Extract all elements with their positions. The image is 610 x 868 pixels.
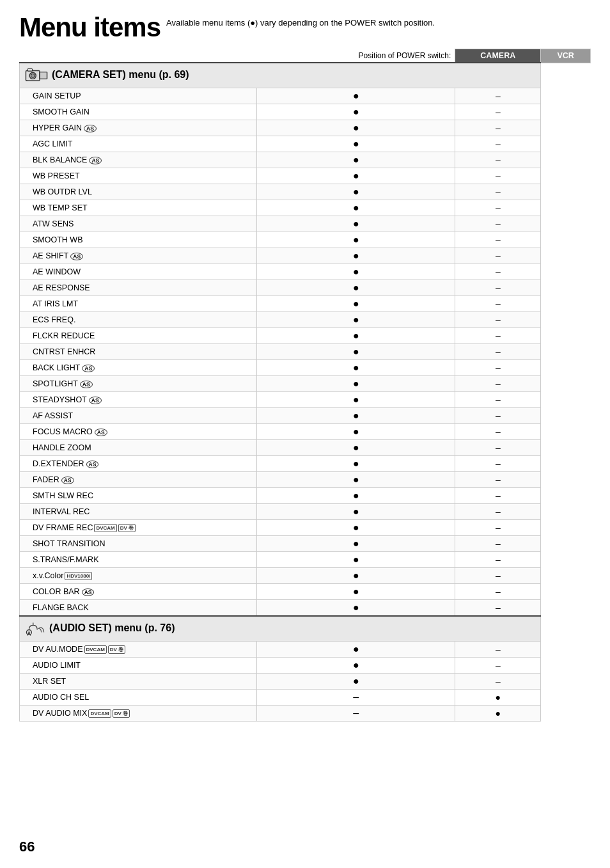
- camera-value: ●: [257, 392, 455, 408]
- item-label: DV FRAME REC: [33, 523, 93, 532]
- as-badge: AS: [80, 381, 93, 388]
- table-row: SMOOTH WB●–: [20, 232, 591, 248]
- menu-item-name: AE WINDOW: [20, 264, 257, 280]
- camera-value: ●: [257, 200, 455, 216]
- camera-value: ●: [257, 296, 455, 312]
- as-badge: AS: [86, 461, 99, 468]
- menu-item-name: SPOTLIGHTAS: [20, 376, 257, 392]
- table-row: S.TRANS/F.MARK●–: [20, 552, 591, 568]
- item-label: CNTRST ENHCR: [33, 347, 95, 356]
- camera-value: ●: [257, 440, 455, 456]
- dv-badge: DV 巻: [113, 709, 130, 718]
- camera-value: ●: [257, 168, 455, 184]
- camera-value: –: [257, 706, 455, 722]
- item-label: WB TEMP SET: [33, 203, 88, 212]
- menu-item-name: BACK LIGHTAS: [20, 360, 257, 376]
- camera-value: ●: [257, 88, 455, 104]
- table-row: ECS FREQ.●–: [20, 312, 591, 328]
- vcr-value: –: [455, 104, 541, 120]
- menu-item-name: AUDIO LIMIT: [20, 658, 257, 674]
- as-badge: AS: [95, 429, 107, 436]
- camera-value: ●: [257, 344, 455, 360]
- vcr-column-header: VCR: [541, 49, 591, 63]
- camera-value: ●: [257, 360, 455, 376]
- dvcam-badge: DVCAM: [94, 524, 116, 532]
- vcr-value: –: [455, 184, 541, 200]
- svg-rect-4: [27, 69, 32, 72]
- table-row: FLCKR REDUCE●–: [20, 328, 591, 344]
- vcr-value: –: [455, 264, 541, 280]
- camera-value: ●: [257, 120, 455, 136]
- vcr-value: –: [455, 200, 541, 216]
- table-row: DV AU.MODEDVCAMDV 巻●–: [20, 642, 591, 658]
- camera-value: ●: [257, 280, 455, 296]
- menu-item-name: WB PRESET: [20, 168, 257, 184]
- vcr-value: –: [455, 296, 541, 312]
- vcr-value: –: [455, 120, 541, 136]
- table-row: AGC LIMIT●–: [20, 136, 591, 152]
- item-label: ATW SENS: [33, 219, 74, 228]
- camera-value: ●: [257, 264, 455, 280]
- table-row: XLR SET●–: [20, 674, 591, 690]
- vcr-value: ●: [455, 706, 541, 722]
- menu-item-name: BLK BALANCEAS: [20, 152, 257, 168]
- menu-item-name: AE RESPONSE: [20, 280, 257, 296]
- section-header-camera-set: (CAMERA SET) menu (p. 69): [20, 63, 591, 88]
- as-badge: AS: [89, 397, 102, 404]
- camera-value: ●: [257, 674, 455, 690]
- menu-item-name: FLCKR REDUCE: [20, 328, 257, 344]
- dv-badge: DV 巻: [108, 645, 125, 654]
- menu-item-name: INTERVAL REC: [20, 504, 257, 520]
- table-row: SPOTLIGHTAS●–: [20, 376, 591, 392]
- as-badge: AS: [82, 588, 95, 596]
- camera-value: ●: [257, 104, 455, 120]
- camera-value: ●: [257, 408, 455, 424]
- item-label: AE SHIFT: [33, 251, 68, 260]
- vcr-value: –: [455, 520, 541, 536]
- menu-item-name: AUDIO CH SEL: [20, 690, 257, 706]
- menu-item-name: AGC LIMIT: [20, 136, 257, 152]
- vcr-value: –: [455, 504, 541, 520]
- item-label: AE RESPONSE: [33, 283, 90, 292]
- table-row: AF ASSIST●–: [20, 408, 591, 424]
- camera-value: ●: [257, 152, 455, 168]
- item-label: INTERVAL REC: [33, 507, 90, 516]
- section-header-audio-set: (AUDIO SET) menu (p. 76): [20, 616, 591, 642]
- table-row: BLK BALANCEAS●–: [20, 152, 591, 168]
- camera-value: ●: [257, 136, 455, 152]
- menu-item-name: S.TRANS/F.MARK: [20, 552, 257, 568]
- menu-item-name: CNTRST ENHCR: [20, 344, 257, 360]
- item-label: ECS FREQ.: [33, 315, 75, 324]
- as-badge: AS: [61, 477, 74, 484]
- item-label: BACK LIGHT: [33, 363, 80, 372]
- item-label: SMOOTH WB: [33, 235, 82, 244]
- item-label: AGC LIMIT: [33, 139, 73, 148]
- table-row: AUDIO CH SEL–●: [20, 690, 591, 706]
- section-title: (AUDIO SET) menu (p. 76): [49, 622, 175, 633]
- item-label: SHOT TRANSITION: [33, 539, 105, 548]
- menu-item-name: FADERAS: [20, 472, 257, 488]
- item-label: AE WINDOW: [33, 267, 81, 276]
- vcr-value: –: [455, 552, 541, 568]
- vcr-value: –: [455, 424, 541, 440]
- camera-value: ●: [257, 584, 455, 600]
- item-label: SMOOTH GAIN: [33, 107, 90, 116]
- table-row: AE WINDOW●–: [20, 264, 591, 280]
- vcr-value: –: [455, 584, 541, 600]
- vcr-value: –: [455, 674, 541, 690]
- vcr-value: –: [455, 408, 541, 424]
- vcr-value: –: [455, 360, 541, 376]
- item-label: WB OUTDR LVL: [33, 187, 92, 196]
- vcr-value: –: [455, 232, 541, 248]
- camera-value: ●: [257, 552, 455, 568]
- table-row: SMOOTH GAIN●–: [20, 104, 591, 120]
- menu-item-name: STEADYSHOTAS: [20, 392, 257, 408]
- camera-value: ●: [257, 520, 455, 536]
- table-row: FLANGE BACK●–: [20, 600, 591, 617]
- menu-item-name: SMOOTH GAIN: [20, 104, 257, 120]
- vcr-value: –: [455, 658, 541, 674]
- hdv-badge: HDV1080i: [65, 572, 92, 580]
- position-label: Position of POWER switch:: [257, 49, 455, 63]
- vcr-value: –: [455, 216, 541, 232]
- vcr-value: –: [455, 248, 541, 264]
